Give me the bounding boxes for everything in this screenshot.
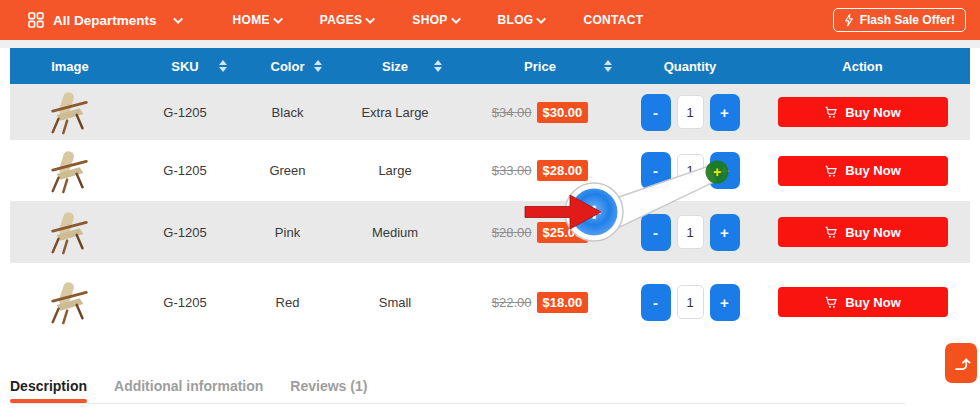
- sale-price-badge: $25.00: [537, 222, 589, 243]
- buy-now-label: Buy Now: [845, 163, 901, 178]
- old-price: $33.00: [492, 163, 532, 178]
- buy-now-button[interactable]: Buy Now: [778, 287, 948, 317]
- sale-price-badge: $18.00: [537, 292, 589, 313]
- quantity-stepper: - +: [625, 94, 755, 131]
- column-header-action: Action: [755, 48, 970, 84]
- table-row: G-1205 Pink Medium $28.00$25.00 - + Buy …: [10, 201, 970, 263]
- scroll-to-top-button[interactable]: [945, 343, 977, 383]
- nav-item-home[interactable]: HOME: [233, 13, 283, 27]
- chevron-down-icon: [537, 14, 547, 24]
- cart-icon: [824, 225, 838, 239]
- quantity-stepper: - +: [625, 214, 755, 251]
- column-header-quantity: Quantity: [625, 48, 755, 84]
- nav-item-label: BLOG: [498, 13, 534, 27]
- buy-now-button[interactable]: Buy Now: [778, 217, 948, 247]
- buy-now-button[interactable]: Buy Now: [778, 156, 948, 186]
- color-cell: Green: [240, 140, 335, 201]
- sku-cell: G-1205: [130, 140, 240, 201]
- flash-sale-button[interactable]: Flash Sale Offer!: [833, 8, 966, 32]
- flash-sale-label: Flash Sale Offer!: [860, 13, 955, 27]
- nav-item-label: PAGES: [320, 13, 363, 27]
- product-image: [47, 89, 93, 135]
- chevron-down-icon: [273, 14, 283, 24]
- top-navbar: All Departments HOME PAGES SHOP BLOG CON…: [0, 0, 980, 40]
- all-departments-label: All Departments: [53, 13, 157, 28]
- product-image: [47, 279, 93, 325]
- quantity-input[interactable]: [677, 215, 704, 249]
- buy-now-label: Buy Now: [845, 295, 901, 310]
- quantity-minus-button[interactable]: -: [641, 214, 671, 251]
- buy-now-button[interactable]: Buy Now: [778, 97, 948, 127]
- quantity-plus-button[interactable]: +: [710, 284, 740, 321]
- price-cell: $28.00$25.00: [455, 201, 625, 263]
- nav-item-label: SHOP: [412, 13, 447, 27]
- quantity-plus-button-target[interactable]: +: [710, 152, 740, 189]
- main-menu: HOME PAGES SHOP BLOG CONTACT: [233, 13, 644, 27]
- chevron-down-icon: [365, 14, 375, 24]
- size-cell: Extra Large: [335, 84, 455, 140]
- arrow-up-icon: [952, 354, 971, 373]
- price-cell: $22.00$18.00: [455, 263, 625, 341]
- nav-item-shop[interactable]: SHOP: [412, 13, 460, 27]
- quantity-input[interactable]: [677, 285, 704, 319]
- size-cell: Large: [335, 140, 455, 201]
- color-cell: Pink: [240, 201, 335, 263]
- table-header-row: Image SKU Color Size Price Quantity Acti…: [10, 48, 970, 84]
- tab-additional-information[interactable]: Additional information: [114, 378, 263, 403]
- cart-icon: [824, 105, 838, 119]
- column-header-price[interactable]: Price: [455, 48, 625, 84]
- sort-icon[interactable]: [434, 60, 442, 72]
- quantity-plus-button[interactable]: +: [710, 214, 740, 251]
- all-departments-menu[interactable]: All Departments: [28, 12, 183, 28]
- column-header-sku[interactable]: SKU: [130, 48, 240, 84]
- color-cell: Red: [240, 263, 335, 341]
- quantity-stepper: - +: [625, 284, 755, 321]
- sku-cell: G-1205: [130, 263, 240, 341]
- quantity-minus-button[interactable]: -: [641, 152, 671, 189]
- old-price: $28.00: [492, 225, 532, 240]
- quantity-minus-button[interactable]: -: [641, 284, 671, 321]
- product-image: [47, 148, 93, 194]
- tabs-divider: [10, 403, 905, 404]
- quantity-input[interactable]: [677, 154, 704, 188]
- table-row: G-1205 Black Extra Large $34.00$30.00 - …: [10, 84, 970, 140]
- old-price: $34.00: [492, 105, 532, 120]
- sale-price-badge: $28.00: [537, 160, 589, 181]
- chevron-down-icon: [451, 14, 461, 24]
- column-header-image: Image: [10, 48, 130, 84]
- chevron-down-icon: [173, 14, 183, 24]
- column-header-size[interactable]: Size: [335, 48, 455, 84]
- nav-item-blog[interactable]: BLOG: [498, 13, 547, 27]
- column-header-color[interactable]: Color: [240, 48, 335, 84]
- nav-item-label: HOME: [233, 13, 270, 27]
- nav-item-contact[interactable]: CONTACT: [583, 13, 643, 27]
- tab-description[interactable]: Description: [10, 378, 87, 403]
- page-gap: [0, 40, 980, 48]
- cart-icon: [824, 295, 838, 309]
- sku-cell: G-1205: [130, 84, 240, 140]
- cart-icon: [824, 164, 838, 178]
- price-cell: $33.00$28.00: [455, 140, 625, 201]
- buy-now-label: Buy Now: [845, 225, 901, 240]
- column-label: Color: [271, 59, 305, 74]
- sort-icon[interactable]: [219, 60, 227, 72]
- nav-item-pages[interactable]: PAGES: [320, 13, 376, 27]
- tab-reviews[interactable]: Reviews (1): [290, 378, 367, 403]
- column-label: SKU: [171, 59, 198, 74]
- sku-cell: G-1205: [130, 201, 240, 263]
- product-variants-table: Image SKU Color Size Price Quantity Acti…: [10, 48, 970, 341]
- quantity-input[interactable]: [677, 95, 704, 129]
- sort-icon[interactable]: [604, 60, 612, 72]
- buy-now-label: Buy Now: [845, 105, 901, 120]
- quantity-plus-button[interactable]: +: [710, 94, 740, 131]
- nav-item-label: CONTACT: [583, 13, 643, 27]
- column-label: Size: [382, 59, 408, 74]
- product-image: [47, 209, 93, 255]
- sort-icon[interactable]: [314, 60, 322, 72]
- color-cell: Black: [240, 84, 335, 140]
- quantity-minus-button[interactable]: -: [641, 94, 671, 131]
- size-cell: Small: [335, 263, 455, 341]
- lightning-icon: [844, 13, 854, 27]
- sale-price-badge: $30.00: [537, 102, 589, 123]
- grid-icon: [28, 12, 44, 28]
